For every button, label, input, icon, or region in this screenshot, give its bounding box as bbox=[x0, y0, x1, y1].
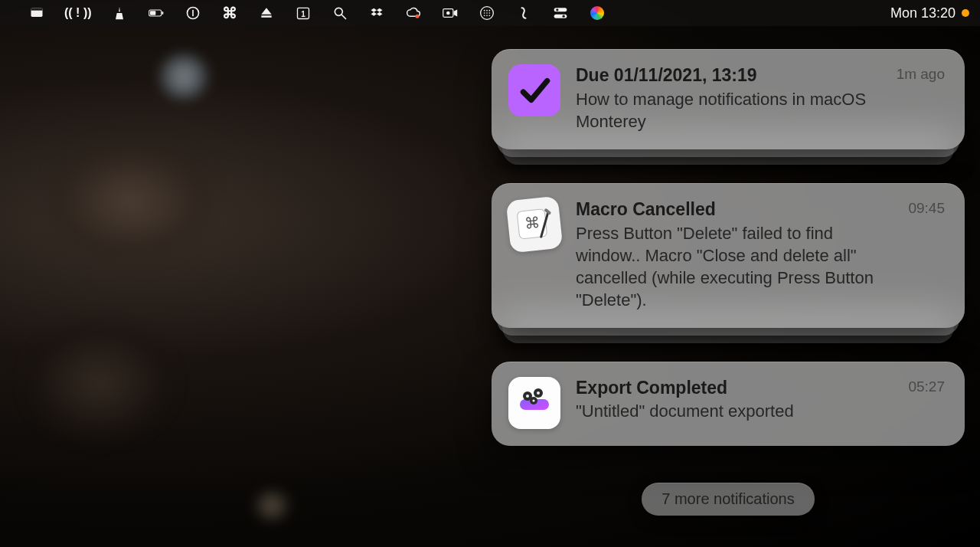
notification-title: Due 01/11/2021, 13:19 bbox=[576, 64, 889, 87]
svg-point-26 bbox=[556, 8, 558, 11]
notification-time: 1m ago bbox=[897, 64, 945, 133]
wallpaper-blob bbox=[153, 54, 214, 100]
notification-body: How to manage notifications in macOS Mon… bbox=[576, 88, 889, 133]
calendar-icon[interactable]: 1 bbox=[294, 4, 312, 22]
svg-rect-4 bbox=[162, 11, 163, 15]
clean-icon[interactable] bbox=[110, 4, 129, 22]
notification-time: 09:45 bbox=[908, 198, 945, 311]
svg-point-16 bbox=[483, 10, 485, 11]
svg-point-12 bbox=[415, 15, 419, 18]
window-icon[interactable] bbox=[28, 4, 46, 22]
screenflow-icon bbox=[508, 377, 560, 429]
svg-rect-7 bbox=[261, 15, 271, 18]
svg-point-21 bbox=[488, 12, 490, 14]
onepassword-icon[interactable] bbox=[184, 4, 202, 22]
wallpaper-blob bbox=[46, 138, 214, 260]
notification-title: Export Completed bbox=[576, 377, 900, 399]
search-icon[interactable] bbox=[331, 4, 349, 22]
link-icon[interactable] bbox=[514, 4, 533, 22]
notification-card[interactable]: Due 01/11/2021, 13:19 How to manage noti… bbox=[492, 49, 965, 149]
notification-stack[interactable]: Due 01/11/2021, 13:19 How to manage noti… bbox=[492, 49, 965, 149]
notification-text: Due 01/11/2021, 13:19 How to manage noti… bbox=[576, 64, 889, 133]
notification-text: Macro Cancelled Press Button "Delete" fa… bbox=[576, 198, 900, 311]
command-icon[interactable]: ⌘ bbox=[220, 4, 239, 22]
svg-rect-3 bbox=[150, 11, 155, 15]
dropbox-icon[interactable] bbox=[368, 4, 386, 22]
svg-point-19 bbox=[483, 12, 485, 14]
broadcast-icon[interactable]: (( ! )) bbox=[64, 4, 92, 22]
recorder-icon[interactable] bbox=[441, 4, 459, 22]
svg-point-28 bbox=[562, 15, 564, 18]
notification-body: Press Button "Delete" failed to find win… bbox=[576, 222, 900, 311]
menubar-clock[interactable]: Mon 13:20 bbox=[890, 5, 969, 21]
notification-card[interactable]: Export Completed "Untitled" document exp… bbox=[492, 362, 965, 446]
svg-text:⌘: ⌘ bbox=[524, 214, 541, 232]
svg-point-23 bbox=[486, 15, 488, 17]
notification-stack[interactable]: ⌘ Macro Cancelled Press Button "Delete" … bbox=[492, 183, 965, 328]
svg-point-10 bbox=[335, 8, 342, 15]
svg-point-18 bbox=[488, 10, 490, 11]
svg-point-24 bbox=[488, 15, 490, 17]
svg-line-11 bbox=[341, 15, 345, 19]
more-notifications-label: 7 more notifications bbox=[662, 490, 794, 507]
notification-body: "Untitled" document exported bbox=[576, 400, 900, 422]
notification-text: Export Completed "Untitled" document exp… bbox=[576, 377, 900, 429]
creative-cloud-icon[interactable] bbox=[404, 4, 423, 22]
keyboard-icon[interactable] bbox=[478, 4, 496, 22]
more-notifications-button[interactable]: 7 more notifications bbox=[642, 483, 814, 516]
clock-status-dot bbox=[962, 9, 969, 17]
clock-text: Mon 13:20 bbox=[890, 5, 956, 21]
notification-center: Due 01/11/2021, 13:19 How to manage noti… bbox=[492, 49, 965, 516]
svg-point-35 bbox=[526, 395, 529, 398]
svg-point-37 bbox=[532, 399, 534, 401]
notification-title: Macro Cancelled bbox=[576, 198, 900, 221]
control-center-icon[interactable] bbox=[551, 4, 570, 22]
notification-stack[interactable]: Export Completed "Untitled" document exp… bbox=[492, 362, 965, 446]
siri-icon[interactable] bbox=[588, 4, 606, 22]
wallpaper-blob bbox=[23, 322, 176, 444]
battery-icon[interactable] bbox=[147, 4, 165, 22]
svg-rect-1 bbox=[31, 8, 43, 10]
wallpaper-blob bbox=[253, 490, 291, 521]
svg-point-22 bbox=[483, 15, 485, 17]
keyboard-maestro-icon: ⌘ bbox=[506, 195, 564, 253]
notification-card[interactable]: ⌘ Macro Cancelled Press Button "Delete" … bbox=[492, 183, 965, 328]
menubar: (( ! )) ⌘ 1 Mon 13:20 bbox=[0, 0, 980, 26]
svg-rect-6 bbox=[192, 10, 194, 16]
svg-text:1: 1 bbox=[301, 10, 305, 18]
eject-icon[interactable] bbox=[257, 4, 276, 22]
svg-point-20 bbox=[486, 12, 488, 14]
svg-point-17 bbox=[486, 10, 488, 11]
svg-point-36 bbox=[537, 391, 540, 395]
omnifocus-check-icon bbox=[508, 64, 560, 116]
notification-time: 05:27 bbox=[908, 377, 945, 429]
svg-point-14 bbox=[446, 11, 450, 15]
